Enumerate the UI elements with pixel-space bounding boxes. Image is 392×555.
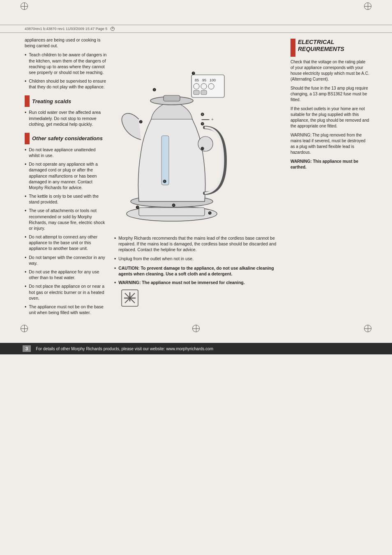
- meta-text: 43870rev1 b:43870 rev1 11/03/2009 15:47 …: [25, 27, 107, 31]
- svg-text:❸: ❸: [136, 205, 139, 210]
- elec-para2: Should the fuse in the 13 amp plug requi…: [291, 86, 369, 103]
- treating-scalds-red-bar: [25, 95, 30, 107]
- svg-rect-13: [194, 90, 199, 95]
- safety-bullet-3: The kettle is only to be used with the s…: [25, 193, 107, 205]
- other-safety-title: Other safety considerations: [32, 135, 103, 142]
- bottom-left-crosshair: [21, 325, 28, 332]
- other-safety-header: Other safety considerations: [25, 133, 107, 144]
- children-bullets: Teach children to be aware of dangers in…: [25, 52, 107, 90]
- svg-text:95: 95: [202, 78, 206, 82]
- svg-rect-15: [201, 119, 210, 120]
- right-column: ELECTRICAL REQUIREMENTS Check that the v…: [287, 37, 369, 318]
- mid-caution: CAUTION: To prevent damage to the applia…: [114, 265, 284, 277]
- main-content: appliances are being used or cooking is …: [0, 33, 392, 322]
- safety-bullet-4: The use of attachments or tools not reco…: [25, 208, 107, 231]
- mid-bullet-2: Unplug from the outlet when not in use.: [114, 256, 284, 262]
- safety-bullet-7: Do not use the appliance for any use oth…: [25, 269, 107, 280]
- safety-bullet-5: Do not attempt to connect any other appl…: [25, 234, 107, 252]
- other-safety-bullets: Do not leave appliance unattended whilst…: [25, 147, 107, 315]
- mid-right-section: Morphy Richards recommends that the main…: [114, 235, 284, 308]
- safety-bullet-8: Do not place the appliance on or near a …: [25, 283, 107, 301]
- other-safety-red-bar: [25, 133, 30, 144]
- page-number: 3: [23, 345, 31, 352]
- svg-text:85: 85: [195, 78, 199, 82]
- svg-text:100: 100: [210, 78, 216, 82]
- intro-text: appliances are being used or cooking is …: [25, 37, 107, 49]
- svg-rect-4: [164, 95, 180, 101]
- svg-rect-5: [161, 136, 169, 185]
- svg-text:❶: ❶: [152, 88, 156, 92]
- bottom-bar: 3 For details of other Morphy Richards p…: [0, 343, 392, 354]
- kettle-diagram: 85 95 100 + ❶: [114, 37, 284, 235]
- safety-bullet-9: The appliance must not be on the base un…: [25, 304, 107, 315]
- svg-text:❷: ❷: [139, 120, 143, 124]
- electrical-header: ELECTRICAL REQUIREMENTS: [291, 39, 369, 57]
- svg-text:❻: ❻: [163, 179, 166, 184]
- top-left-crosshair: [21, 2, 28, 10]
- kettle-svg: 85 95 100 + ❶: [114, 37, 229, 234]
- child-bullet-2: Children should be supervised to ensure …: [25, 78, 107, 90]
- bottom-registration-row: [0, 322, 392, 335]
- safety-bullet-2: Do not operate any appliance with a dama…: [25, 161, 107, 190]
- elec-para3: If the socket outlets in your home are n…: [291, 106, 369, 129]
- svg-rect-1: [139, 208, 205, 216]
- caution-icon: [121, 289, 139, 307]
- safety-bullet-6: Do not tamper with the connector in any …: [25, 254, 107, 266]
- mid-warning: WARNING: The appliance must not be immer…: [114, 280, 284, 286]
- meta-dot: [111, 27, 115, 31]
- treating-scalds-header: Treating scalds: [25, 95, 107, 107]
- svg-text:❺: ❺: [208, 211, 212, 215]
- caution-symbol-container: [121, 289, 284, 308]
- elec-para4: WARNING: The plug removed from the mains…: [291, 132, 369, 155]
- mid-bullets-col: Morphy Richards recommends that the main…: [114, 235, 284, 308]
- svg-text:❿: ❿: [201, 146, 204, 151]
- svg-text:❼: ❼: [191, 71, 195, 76]
- footer-text: For details of other Morphy Richards pro…: [36, 347, 213, 351]
- meta-bar: 43870rev1 b:43870 rev1 11/03/2009 15:47 …: [0, 25, 392, 33]
- svg-text:+: +: [211, 117, 214, 122]
- bottom-right-crosshair: [364, 325, 371, 332]
- mid-bullet-1: Morphy Richards recommends that the main…: [114, 235, 284, 253]
- electrical-title: ELECTRICAL REQUIREMENTS: [298, 39, 344, 53]
- top-registration-row: [0, 0, 392, 12]
- elec-para1: Check that the voltage on the rating pla…: [291, 59, 369, 82]
- svg-text:❽: ❽: [201, 112, 204, 117]
- treating-scalds-bullet-1: Run cold water over the affected area im…: [25, 109, 107, 127]
- mid-bullet-list: Morphy Richards recommends that the main…: [114, 235, 284, 286]
- top-right-crosshair: [364, 2, 371, 10]
- treating-scalds-bullets: Run cold water over the affected area im…: [25, 109, 107, 127]
- center-column: 85 95 100 + ❶: [111, 37, 287, 318]
- electrical-red-bar: [291, 39, 295, 57]
- safety-bullet-1: Do not leave appliance unattended whilst…: [25, 147, 107, 158]
- svg-rect-14: [201, 90, 207, 95]
- treating-scalds-title: Treating scalds: [32, 98, 71, 105]
- left-column: appliances are being used or cooking is …: [25, 37, 111, 318]
- bottom-center-crosshair: [192, 325, 200, 332]
- elec-para5: WARNING: This appliance must be earthed.: [291, 159, 369, 170]
- svg-text:❾: ❾: [201, 122, 204, 126]
- svg-text:❹: ❹: [172, 203, 175, 208]
- child-bullet-1: Teach children to be aware of dangers in…: [25, 52, 107, 75]
